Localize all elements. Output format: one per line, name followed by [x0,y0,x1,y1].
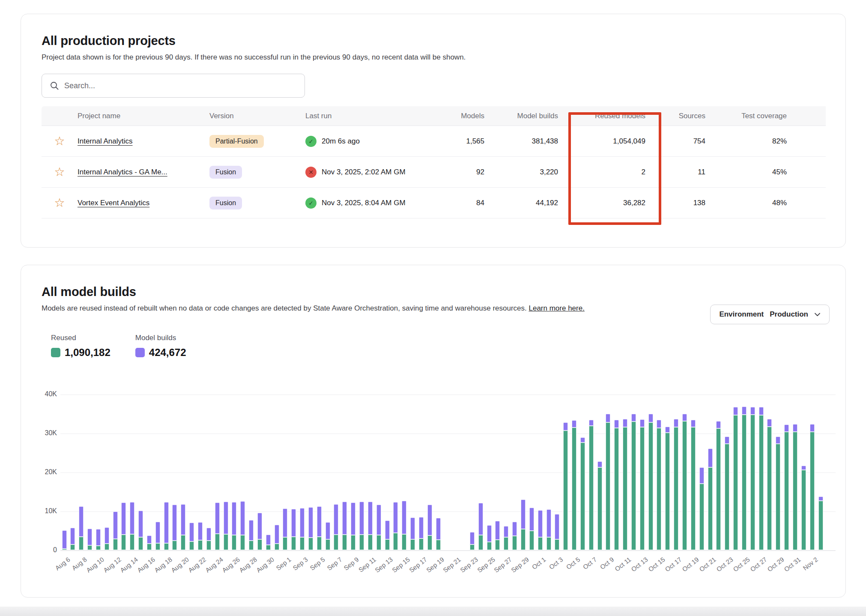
bar-stack[interactable] [113,511,118,550]
bar-stack[interactable] [606,414,610,550]
bar-stack[interactable] [487,525,492,550]
bar-stack[interactable] [427,505,432,550]
bar-stack[interactable] [283,508,287,550]
bar-stack[interactable] [410,517,415,550]
bar-stack[interactable] [640,419,645,550]
bar-stack[interactable] [572,420,576,550]
bar-stack[interactable] [793,424,797,550]
bar-stack[interactable] [215,502,220,550]
bar-stack[interactable] [224,502,228,550]
bar-stack[interactable] [546,509,551,550]
bar-stack[interactable] [121,502,126,550]
favorite-star-button[interactable]: ☆ [54,166,65,178]
bar-stack[interactable] [147,535,152,550]
bar-stack[interactable] [648,414,653,550]
bar-stack[interactable] [691,420,696,550]
project-name-link[interactable]: Internal Analytics - GA Me... [78,168,167,176]
bar-stack[interactable] [87,529,92,550]
bar-stack[interactable] [682,414,687,550]
bar-segment-model-builds [512,522,517,536]
bar-stack[interactable] [266,535,271,550]
bar-stack[interactable] [699,467,704,550]
bar-stack[interactable] [334,504,338,550]
bar-stack[interactable] [665,427,670,550]
bar-stack[interactable] [742,407,747,550]
bar-stack[interactable] [342,502,347,550]
bar-stack[interactable] [801,466,806,550]
bar-stack[interactable] [70,528,75,550]
bar-stack[interactable] [810,424,815,550]
bar-stack[interactable] [62,530,67,550]
bar-stack[interactable] [206,528,211,550]
bar-stack[interactable] [495,521,500,550]
bar-stack[interactable] [623,419,627,550]
bar-stack[interactable] [351,502,355,550]
bar-stack[interactable] [538,510,543,550]
bar-stack[interactable] [733,407,738,550]
bar-stack[interactable] [436,518,441,550]
bar-stack[interactable] [232,502,236,550]
environment-dropdown[interactable]: Environment Production [710,305,830,324]
bar-stack[interactable] [376,505,381,550]
project-name-link[interactable]: Internal Analytics [78,137,133,145]
bar-stack[interactable] [419,517,424,550]
bar-stack[interactable] [189,523,194,550]
bar-stack[interactable] [249,520,254,550]
bar-stack[interactable] [818,496,823,550]
dashboard-page: All production projects Project data sho… [0,0,866,616]
bar-stack[interactable] [164,502,169,550]
bar-stack[interactable] [529,508,534,550]
bar-stack[interactable] [130,502,134,550]
bar-stack[interactable] [385,520,390,550]
bar-stack[interactable] [257,513,262,550]
bar-stack[interactable] [138,511,143,550]
bar-stack[interactable] [750,407,755,550]
bar-stack[interactable] [291,509,296,550]
bar-stack[interactable] [470,532,475,550]
bar-stack[interactable] [359,502,364,550]
bar-stack[interactable] [716,421,721,550]
bar-stack[interactable] [521,499,526,550]
bar-stack[interactable] [555,514,559,550]
bar-stack[interactable] [79,506,84,550]
bar-stack[interactable] [767,419,772,550]
bar-stack[interactable] [580,437,585,550]
bar-stack[interactable] [512,522,517,550]
bar-stack[interactable] [96,529,101,550]
bar-stack[interactable] [198,522,203,550]
bar-stack[interactable] [725,437,729,550]
bar-stack[interactable] [300,508,305,550]
bar-segment-reused [138,537,143,550]
learn-more-link[interactable]: Learn more here. [529,304,584,312]
bar-stack[interactable] [614,420,619,550]
bar-stack[interactable] [308,507,313,550]
bar-stack[interactable] [275,525,279,550]
bar-stack[interactable] [181,504,185,550]
bar-stack[interactable] [402,501,406,550]
bar-stack[interactable] [759,407,764,550]
bar-stack[interactable] [172,505,177,550]
bar-stack[interactable] [674,419,678,550]
bar-stack[interactable] [368,502,373,550]
bar-stack[interactable] [631,414,636,550]
favorite-star-button[interactable]: ☆ [54,197,65,209]
bar-stack[interactable] [589,420,594,550]
project-name-link[interactable]: Vortex Event Analytics [78,199,149,207]
bar-stack[interactable] [657,420,661,550]
bar-stack[interactable] [784,425,789,550]
bar-stack[interactable] [597,461,602,550]
bar-stack[interactable] [240,501,245,550]
search-input[interactable] [64,81,297,90]
bar-stack[interactable] [478,503,483,550]
bar-stack[interactable] [776,437,780,550]
bar-stack[interactable] [317,506,322,550]
favorite-star-button[interactable]: ☆ [54,135,65,147]
bar-stack[interactable] [325,522,330,550]
bar-stack[interactable] [393,502,398,550]
bar-stack[interactable] [105,527,109,550]
search-box[interactable] [42,74,305,98]
bar-stack[interactable] [708,449,713,550]
bar-stack[interactable] [563,422,568,550]
bar-stack[interactable] [155,522,160,550]
bar-stack[interactable] [504,526,508,550]
